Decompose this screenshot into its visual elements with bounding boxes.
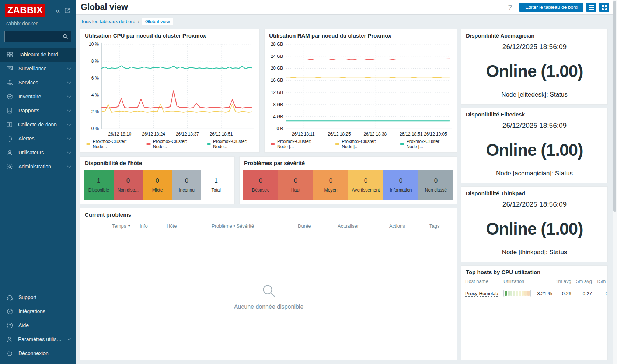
host-link[interactable]: Proxy-Homelab [465,291,498,297]
server-name: Zabbix docker [0,18,76,30]
host-availability-tile: 1Disponible [84,170,114,200]
host-availability-count: 0 [126,177,130,185]
sidebar-search [4,31,71,42]
svg-text:10 %: 10 % [89,42,99,47]
host-availability-widget: Disponibilité de l'hôte 1Disponible0Non … [80,156,235,204]
ram-chart-title: Utilisation RAM par noeud du cluster Pro… [265,29,457,40]
sidebar-item-user-settings-label: Paramètres utilisateur [18,336,63,342]
availability-status-value: Online (1.00) [486,219,583,239]
sidebar-footer-menu: SupportIntégrationsAideParamètres utilis… [0,290,76,364]
edit-dashboard-button[interactable]: Editer le tableau de bord [519,3,583,12]
sidebar-item-alerts[interactable]: Alertes [0,132,76,146]
svg-text:6 %: 6 % [91,76,99,81]
sidebar-item-inventory[interactable]: Inventaire [0,90,76,104]
svg-text:26/12 18:25: 26/12 18:25 [328,132,351,137]
page-scrollbar[interactable] [613,0,617,364]
zabbix-logo[interactable]: ZABBIX [5,4,45,17]
sidebar: ZABBIX « Zabbix docker Tableaux de bordS… [0,0,76,364]
sidebar-item-data-collection[interactable]: Collecte de données [0,118,76,132]
kiosk-mode-button[interactable] [599,3,609,12]
problems-column-dur-e: Durée [298,223,338,229]
sidebar-item-integrations[interactable]: Intégrations [0,304,76,318]
legend-label: Proxmox-Cluster: Node... [213,139,254,149]
severity-tile: 0Désastre [243,170,278,200]
availability-status-value: Online (1.00) [486,140,583,160]
legend-swatch [146,143,150,145]
availability-title-elitedesk: Disponibilité Elitedesk [461,108,607,119]
chevron-down-icon [67,150,71,154]
help-icon[interactable]: ? [508,3,512,12]
severity-label: Moyen [324,188,337,193]
host-availability-title: Disponibilité de l'hôte [80,157,234,167]
top-hosts-row: Proxy-Homelab3.21 %0.260.270.3242 [461,287,607,300]
top-hosts-column-15m-avg: 15m avg [593,279,608,284]
sidebar-item-services[interactable]: Services [0,76,76,90]
collapse-sidebar-icon[interactable]: « [56,7,60,14]
problems-column-probl-me-s-v-rit-: Problème • Sévérité [212,223,298,229]
svg-text:0 B: 0 B [276,126,283,131]
legend-label: Proxmox-Cluster: Node... [93,139,133,149]
availability-time: 26/12/2025 18:56:09 [502,43,567,51]
host-availability-tile: 0Non disp... [114,170,143,200]
host-availability-count: 1 [97,177,100,185]
severity-count: 0 [294,177,297,185]
services-icon [6,79,13,86]
sidebar-item-support[interactable]: Support [0,290,76,304]
severity-count: 0 [364,177,367,185]
availability-body-thinkpad: 26/12/2025 18:56:09Online (1.00)Node [th… [461,197,607,262]
users-icon [6,149,13,156]
sidebar-item-monitoring[interactable]: Surveillance [0,62,76,76]
data-collection-icon [6,121,13,128]
availability-time: 26/12/2025 18:56:09 [502,200,567,209]
current-problems-title: Current problems [80,208,457,219]
severity-label: Désastre [252,188,269,193]
availability-item-label: Node [thinkpad]: Status [502,249,567,256]
ram-usage-chart[interactable]: 0 B4 GB8 GB12 GB16 GB20 GB24 GB28 GB26/1… [268,41,456,138]
host-availability-label: Inconnu [179,188,195,193]
chevron-down-icon [67,122,71,126]
current-problems-header-row: Temps▼InfoHôteProblème • SévéritéDuréeAc… [80,220,457,232]
cpu-chart-widget: Utilisation CPU par noeud du cluster Pro… [80,29,260,153]
availability-widget-acemagician: Disponibilité Acemagician26/12/2025 18:5… [461,29,608,105]
svg-text:26/12 18:24: 26/12 18:24 [142,132,165,137]
problems-severity-title: Problèmes par sévérité [240,157,457,167]
severity-tile: 0Non classé [418,170,453,200]
scrollbar-thumb[interactable] [613,1,616,212]
sidebar-item-reports[interactable]: Rapports [0,104,76,118]
utilization-value: 3.21 % [533,291,552,296]
undock-sidebar-icon[interactable] [64,7,70,14]
availability-widget-thinkpad: Disponibilité Thinkpad26/12/2025 18:56:0… [461,186,608,262]
top-hosts-widget: Top hosts by CPU utilization Host nameUt… [461,265,608,360]
problems-column-temps[interactable]: Temps▼ [112,223,140,229]
legend-item: Proxmox-Cluster: Node... [86,139,133,149]
sidebar-item-dashboards[interactable]: Tableaux de bord [0,48,76,62]
sidebar-item-sign-out[interactable]: Déconnexion [0,346,76,360]
sidebar-item-support-label: Support [18,294,36,300]
host-availability-tile: 0Inconnu [172,170,202,200]
top-hosts-title: Top hosts by CPU utilization [461,266,607,276]
breadcrumb-current[interactable]: Global view [142,18,173,25]
sidebar-item-users[interactable]: Utilisateurs [0,146,76,160]
search-input[interactable] [4,31,71,42]
availability-title-thinkpad: Disponibilité Thinkpad [461,187,607,197]
breadcrumb-all-dashboards-link[interactable]: Tous les tableaux de bord [81,19,135,24]
availability-item-label: Node [acemagician]: Status [496,170,573,177]
dashboard-icon [6,51,13,58]
cpu-chart-legend: Proxmox-Cluster: Node...Proxmox-Cluster:… [80,138,259,152]
sidebar-item-help[interactable]: Aide [0,318,76,332]
topbar: Global view ? Editer le tableau de bord [76,0,613,15]
sidebar-item-administration-label: Administration [18,164,51,169]
availability-body-acemagician: 26/12/2025 18:56:09Online (1.00)Node [el… [461,40,607,104]
severity-label: Avertissement [352,188,380,193]
sidebar-item-user-settings[interactable]: Paramètres utilisateur [0,332,76,346]
chevron-down-icon [67,164,71,168]
severity-count: 0 [329,177,332,185]
problems-column-tags: Tags [429,223,453,229]
legend-item: Proxmox-Cluster: Node [... [335,139,386,149]
availability-body-elitedesk: 26/12/2025 18:56:09Online (1.00)Node [ac… [461,119,607,183]
page-title: Global view [81,2,128,12]
cpu-usage-chart[interactable]: 0 %2 %4 %6 %8 %10 %26/12 18:1026/12 18:2… [83,41,258,138]
sidebar-item-administration[interactable]: Administration [0,160,76,174]
dashboard-menu-button[interactable] [586,3,596,12]
svg-text:26/12 18:51: 26/12 18:51 [210,132,233,137]
